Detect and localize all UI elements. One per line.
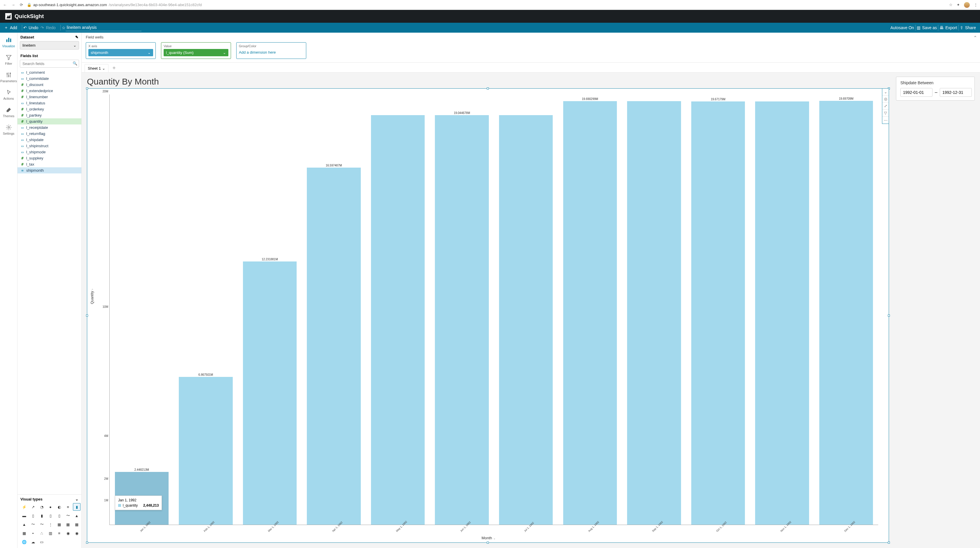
visual-focus-icon[interactable]: ◎ (882, 95, 889, 103)
browser-reload-button[interactable]: ⟳ (19, 3, 24, 7)
visual-type-option[interactable]: ▥ (47, 529, 54, 537)
bar[interactable]: 12.231881M (243, 262, 297, 525)
field-item-l_shipmode[interactable]: ▭l_shipmode (18, 149, 81, 155)
visual-type-option[interactable]: ◔ (38, 503, 46, 511)
visual-type-option[interactable]: ▪ (29, 529, 37, 537)
visual-title[interactable]: Quantity By Month (87, 77, 889, 87)
bar[interactable]: 16.597487M (307, 168, 361, 525)
bar[interactable] (499, 115, 553, 525)
visual-type-option[interactable]: ▲ (73, 512, 81, 519)
field-item-l_partkey[interactable]: #l_partkey (18, 112, 81, 118)
browser-url-bar[interactable]: 🔒 ap-southeast-1.quicksight.aws.amazon.c… (27, 3, 946, 7)
field-item-l_quantity[interactable]: #l_quantity (18, 118, 81, 124)
field-item-l_linestatus[interactable]: ▭l_linestatus (18, 100, 81, 106)
visual-type-option[interactable]: ▦ (73, 521, 81, 528)
visual-type-option[interactable] (47, 538, 54, 546)
visual-type-option[interactable]: ● (47, 503, 54, 511)
quicksight-logo-icon[interactable] (5, 13, 12, 19)
visual-frame[interactable]: ⌄ ◎ ⤢ ▽ ⋯ Quantity› 1M2M4M10M20M 2.44821… (87, 88, 889, 543)
field-item-l_tax[interactable]: #l_tax (18, 161, 81, 167)
visual-type-option[interactable]: ◐ (56, 503, 63, 511)
add-sheet-button[interactable]: ＋ (111, 64, 117, 71)
sheet-tab-1[interactable]: Sheet 1 ⌄ (84, 64, 108, 72)
field-item-l_suppkey[interactable]: #l_suppkey (18, 155, 81, 161)
field-item-l_extendedprice[interactable]: #l_extendedprice (18, 88, 81, 94)
extensions-icon[interactable]: ✦ (957, 3, 960, 7)
rail-settings[interactable]: Settings (0, 123, 17, 137)
browser-back-button[interactable]: ← (2, 3, 8, 7)
field-item-l_discount[interactable]: #l_discount (18, 82, 81, 88)
bar[interactable] (755, 102, 809, 525)
undo-button[interactable]: ↶Undo (23, 25, 38, 30)
visual-type-option[interactable]: 〜 (38, 521, 46, 528)
visual-type-option[interactable]: ☁ (29, 538, 37, 546)
visual-expand-icon[interactable]: ⤢ (882, 103, 889, 110)
add-button[interactable]: ＋Add (4, 25, 17, 30)
field-item-shipmonth[interactable]: =shipmonth (18, 167, 81, 173)
rail-parameters[interactable]: Parameters (0, 70, 17, 84)
field-item-l_orderkey[interactable]: #l_orderkey (18, 106, 81, 112)
resize-handle[interactable] (86, 542, 88, 544)
resize-handle[interactable] (888, 542, 890, 544)
fields-search-input[interactable] (20, 60, 79, 68)
favorite-toggle[interactable]: ☆ (62, 25, 65, 30)
well-group[interactable]: Group/Color Add a dimension here (236, 42, 306, 59)
rail-actions[interactable]: Actions (0, 88, 17, 102)
rail-filter[interactable]: Filter (0, 53, 17, 67)
bar[interactable]: 19.044678M (435, 115, 488, 525)
visual-menu-icon[interactable]: ⌄ (882, 89, 889, 95)
bar[interactable]: 6.867501M (179, 377, 232, 525)
field-item-l_returnflag[interactable]: ▭l_returnflag (18, 130, 81, 137)
dataset-selector[interactable]: lineitem ⌄ (20, 41, 79, 49)
field-item-l_shipdate[interactable]: ▭l_shipdate (18, 137, 81, 143)
browser-forward-button[interactable]: → (11, 3, 16, 7)
visual-type-option[interactable]: ◉ (73, 529, 81, 537)
visual-type-option[interactable]: ▲ (21, 521, 28, 528)
export-button[interactable]: 🖶Export (939, 25, 957, 30)
visual-type-option[interactable]: ≡ (56, 529, 63, 537)
saveas-button[interactable]: ▥Save as (917, 25, 937, 30)
resize-handle[interactable] (888, 315, 890, 316)
chip-value[interactable]: l_quantity (Sum)⌄ (164, 49, 228, 56)
visual-filter-icon[interactable]: ▽ (882, 110, 889, 117)
filter-date-to-input[interactable] (940, 88, 972, 97)
edit-dataset-icon[interactable]: ✎ (75, 35, 78, 39)
visual-type-option[interactable]: ▯ (29, 512, 37, 519)
bar[interactable] (371, 115, 425, 525)
resize-handle[interactable] (487, 542, 489, 544)
visual-type-option[interactable]: ◉ (64, 529, 72, 537)
visual-type-option[interactable] (73, 538, 81, 546)
bar[interactable]: 19.690299M (563, 101, 617, 525)
visual-type-option[interactable]: ⚡ (21, 503, 28, 511)
visual-type-option[interactable] (64, 538, 72, 546)
bar[interactable]: 19.69709M (819, 101, 873, 525)
profile-avatar[interactable] (964, 2, 970, 8)
resize-handle[interactable] (86, 315, 88, 316)
visual-type-option[interactable]: ↗ (29, 503, 37, 511)
visual-type-option[interactable]: ▮ (73, 503, 81, 511)
visual-type-option[interactable]: ∴ (38, 529, 46, 537)
visual-type-option[interactable]: ▯ (56, 512, 63, 519)
visual-type-option[interactable]: 〜 (64, 512, 72, 519)
visual-type-option[interactable]: ▬ (21, 512, 28, 519)
redo-button[interactable]: ↷Redo (41, 25, 56, 30)
chevron-double-down-icon[interactable]: ⌄ (75, 497, 78, 501)
field-item-l_commitdate[interactable]: ▭l_commitdate (18, 76, 81, 82)
visual-type-option[interactable]: 🌐 (21, 538, 28, 546)
analysis-title-input[interactable] (65, 24, 142, 31)
visual-type-option[interactable]: ≡ (64, 503, 72, 511)
visual-more-icon[interactable]: ⋯ (882, 117, 889, 124)
field-item-l_receiptdate[interactable]: ▭l_receiptdate (18, 124, 81, 130)
bar[interactable] (627, 101, 681, 525)
visual-type-option[interactable]: ▭ (38, 538, 46, 546)
visual-type-option[interactable]: ▦ (64, 521, 72, 528)
well-x-axis[interactable]: X axis shipmonth⌄ (86, 42, 156, 59)
share-button[interactable]: ⇪Share (960, 25, 976, 30)
bookmark-star-icon[interactable]: ☆ (949, 3, 953, 7)
y-axis-title[interactable]: Quantity› (90, 289, 94, 304)
autosave-toggle[interactable]: Autosave On (891, 25, 914, 30)
filter-date-from-input[interactable] (900, 88, 932, 97)
visual-type-option[interactable]: ▦ (56, 521, 63, 528)
visual-type-option[interactable]: ▯ (47, 512, 54, 519)
visual-type-option[interactable]: ⋮ (47, 521, 54, 528)
